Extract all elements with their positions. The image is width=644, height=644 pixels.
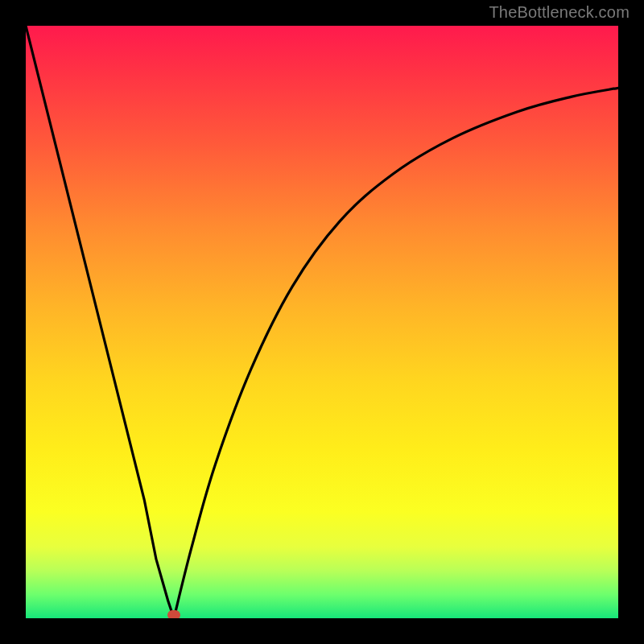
curve-layer: [26, 26, 618, 618]
chart-container: TheBottleneck.com: [0, 0, 644, 644]
plot-area: [26, 26, 618, 618]
minimum-marker: [167, 610, 180, 618]
right-branch-path: [174, 88, 618, 618]
watermark-label: TheBottleneck.com: [489, 3, 630, 22]
left-branch-path: [26, 26, 174, 618]
